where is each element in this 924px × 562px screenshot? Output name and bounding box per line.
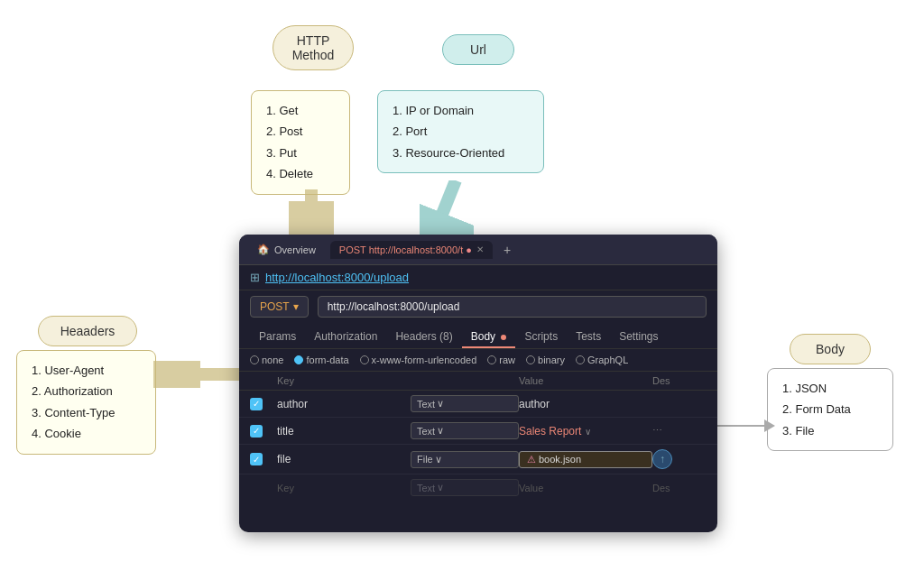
http-method-item-4: 4. Delete — [266, 163, 335, 184]
browser-titlebar: 🏠 Overview POST http://localhost:8000/t … — [239, 235, 717, 265]
headers-arrow — [153, 361, 253, 388]
tab-post[interactable]: POST http://localhost:8000/t ● ✕ — [330, 241, 493, 259]
empty-desc: Des — [652, 483, 707, 493]
upload-button[interactable]: ↑ — [652, 449, 672, 469]
browser-window: 🏠 Overview POST http://localhost:8000/t … — [239, 235, 717, 532]
empty-value: Value — [519, 483, 652, 493]
radio-none-dot — [250, 355, 259, 364]
tab-close-button[interactable]: ✕ — [476, 244, 484, 254]
http-method-item-2: 2. Post — [266, 121, 335, 142]
empty-type[interactable]: Text ∨ — [411, 479, 519, 496]
body-item-3: 3. File — [782, 420, 878, 441]
tab-scripts[interactable]: Scripts — [515, 327, 567, 348]
radio-formdata-dot — [294, 355, 303, 364]
headers-item-4: 4. Cookie — [32, 423, 141, 444]
headers-item-1: 1. User-Agent — [32, 360, 141, 381]
tab-body[interactable]: Body — [462, 327, 516, 348]
headers-item-3: 3. Content-Type — [32, 402, 141, 423]
new-tab-button[interactable]: + — [498, 243, 516, 257]
row2-key: title — [277, 425, 411, 438]
tab-headers[interactable]: Headers (8) — [386, 327, 461, 348]
row3-key: file — [277, 453, 411, 465]
http-method-bubble: HTTPMethod — [273, 25, 354, 70]
tab-settings[interactable]: Settings — [610, 327, 667, 348]
radio-none[interactable]: none — [250, 355, 283, 365]
radio-graphql[interactable]: GraphQL — [576, 355, 628, 365]
table-row: ✓ author Text ∨ author — [239, 391, 717, 418]
url-item-2: 2. Port — [393, 121, 529, 142]
row2-type[interactable]: Text ∨ — [411, 422, 519, 439]
body-bubble: Body — [790, 334, 871, 364]
body-item-1: 1. JSON — [782, 378, 878, 399]
radio-binary[interactable]: binary — [526, 355, 565, 365]
request-toolbar: POST ▾ http://localhost:8000/upload — [239, 290, 717, 323]
row2-checkbox[interactable]: ✓ — [250, 425, 263, 438]
tab-params[interactable]: Params — [250, 327, 305, 348]
method-selector[interactable]: POST ▾ — [250, 296, 309, 318]
tab-tests[interactable]: Tests — [567, 327, 610, 348]
url-item-3: 3. Resource-Oriented — [393, 143, 529, 163]
url-box: 1. IP or Domain 2. Port 3. Resource-Orie… — [377, 90, 544, 173]
row3-type[interactable]: File ∨ — [411, 451, 519, 468]
row3-file-badge: ⚠ book.json — [519, 451, 652, 468]
row3-checkbox[interactable]: ✓ — [250, 453, 263, 465]
request-tabs: Params Authorization Headers (8) Body Sc… — [239, 323, 717, 349]
body-box: 1. JSON 2. Form Data 3. File — [767, 368, 893, 451]
row1-type[interactable]: Text ∨ — [411, 395, 519, 412]
headers-bubble: Heaaders — [38, 316, 137, 346]
http-method-item-1: 1. Get — [266, 100, 335, 121]
body-item-2: 2. Form Data — [782, 399, 878, 419]
http-method-box: 1. Get 2. Post 3. Put 4. Delete — [251, 90, 350, 195]
table-row-empty: Key Text ∨ Value Des — [239, 474, 717, 501]
radio-graphql-dot — [576, 355, 585, 364]
radio-binary-dot — [526, 355, 535, 364]
headers-item-2: 2. Authorization — [32, 381, 141, 401]
url-input-field[interactable]: http://localhost:8000/upload — [318, 296, 707, 318]
body-dot — [501, 335, 506, 340]
tab-overview[interactable]: 🏠 Overview — [248, 240, 325, 259]
radio-urlencoded-dot — [360, 355, 369, 364]
radio-formdata[interactable]: form-data — [294, 355, 348, 365]
table-header: Key Value Des — [239, 372, 717, 391]
url-bubble: Url — [442, 34, 514, 65]
row1-checkbox[interactable]: ✓ — [250, 398, 263, 410]
radio-urlencoded[interactable]: x-www-form-urlencoded — [360, 355, 477, 365]
table-row: ✓ file File ∨ ⚠ book.json ↑ — [239, 445, 717, 474]
tab-post-label: POST http://localhost:8000/t ● — [339, 244, 472, 255]
table-row: ✓ title Text ∨ Sales Report ∨ ⋯ — [239, 418, 717, 445]
address-bar: ⊞ http://localhost:8000/upload — [239, 265, 717, 290]
row2-value: Sales Report ∨ — [519, 425, 652, 438]
address-url: http://localhost:8000/upload — [265, 271, 409, 284]
row1-key: author — [277, 398, 411, 410]
radio-raw[interactable]: raw — [487, 355, 515, 365]
tab-authorization[interactable]: Authorization — [305, 327, 386, 348]
empty-key: Key — [277, 483, 411, 493]
body-type-row: none form-data x-www-form-urlencoded raw… — [239, 349, 717, 372]
radio-raw-dot — [487, 355, 496, 364]
url-item-1: 1. IP or Domain — [393, 100, 529, 121]
row1-value: author — [519, 398, 652, 410]
headers-box: 1. User-Agent 2. Authorization 3. Conten… — [16, 350, 156, 455]
http-method-item-3: 3. Put — [266, 143, 335, 163]
address-icon: ⊞ — [250, 271, 260, 284]
